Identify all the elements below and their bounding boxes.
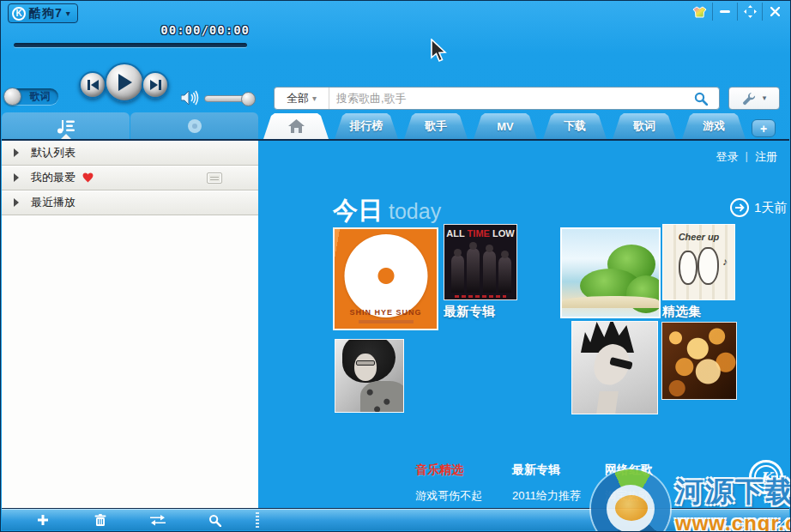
cartoon-figure [697,247,719,285]
section-title-today-cn: 今日 [333,194,383,228]
playlist-label: 最近播放 [31,195,75,210]
cartoon-figure [679,251,697,285]
resize-grip[interactable] [776,517,788,529]
cover-beach-photo[interactable] [560,227,661,318]
search-scope-value: 全部 [287,91,309,106]
sidebar-tabs [2,112,258,139]
wrench-icon [742,92,756,106]
footer-col-music-picks: 音乐精选 游戏哥伤不起 [415,462,510,504]
playlist-default[interactable]: 默认列表 [2,141,258,166]
minimize-button[interactable] [712,3,737,21]
close-icon [770,7,780,16]
next-button[interactable] [142,71,169,99]
kugou-logo-icon: K [12,7,26,21]
previous-button[interactable] [79,71,106,99]
cover-singer-portrait[interactable] [571,321,658,414]
tab-label: 歌词 [633,118,655,134]
tab-download[interactable]: 下载 [543,113,607,139]
add-tab-button[interactable]: + [752,119,776,137]
tab-rankings[interactable]: 排行榜 [335,113,398,139]
mode-switch-button[interactable] [737,3,762,21]
kugou-k-icon: K [754,465,778,489]
section-title-today-en: today [389,199,441,224]
cover-bokeh-photo[interactable] [661,322,737,400]
label-new-album[interactable]: 最新专辑 [444,304,495,320]
time-display: 00:00/00:00 [130,23,250,37]
playlist-panel-icon[interactable] [207,172,222,184]
delete-button[interactable] [91,512,110,528]
play-button[interactable] [105,63,144,102]
label-collection[interactable]: 精选集 [662,304,701,320]
expand-arrow-icon[interactable] [14,148,19,157]
portrait-graphic [596,391,619,414]
register-link[interactable]: 注册 [755,149,777,165]
mouse-cursor [430,39,450,66]
search-in-list-button[interactable] [205,512,224,528]
chevron-down-icon: ▾ [312,94,317,103]
album-caption-strip [455,295,506,298]
playlist-favorites[interactable]: 我的最爱 [2,166,258,190]
playlist-label: 默认列表 [31,145,75,160]
tab-games[interactable]: 游戏 [682,113,746,139]
move-arrows-icon [744,5,757,18]
tab-mv[interactable]: MV [474,113,537,139]
heart-icon [82,172,94,183]
account-links: 登录 | 注册 [716,149,777,165]
cover-artist-portrait[interactable] [335,339,404,413]
portrait-graphic [356,360,375,366]
search-icon [694,92,708,106]
expand-arrow-icon[interactable] [14,198,19,207]
portrait-graphic [360,381,404,413]
settings-button[interactable]: ▾ [728,87,780,110]
search-input[interactable] [329,92,683,105]
footer-title[interactable]: 网络红歌 [605,462,699,478]
home-page-content: 登录 | 注册 今日 today 1天前 SHIN HYE SUNG ALL T… [258,139,789,508]
playlist-recent[interactable]: 最近播放 [2,190,258,215]
tab-label: 排行榜 [350,118,383,134]
search-icon [208,514,221,527]
tab-singers[interactable]: 歌手 [404,113,468,139]
expand-arrow-icon[interactable] [14,173,19,182]
skin-shirt-icon [692,6,707,18]
volume-knob[interactable] [241,92,256,106]
previous-icon [88,80,99,90]
volume-slider[interactable] [204,95,250,102]
tab-home[interactable] [263,113,329,139]
lyrics-toggle[interactable]: 歌词 [5,88,58,105]
footer-link[interactable]: 淘宝热歌 [605,488,699,504]
login-link[interactable]: 登录 [716,149,739,165]
album-cover-shin-hye-sung[interactable]: SHIN HYE SUNG [333,227,438,330]
divider: | [746,149,748,165]
app-main-menu[interactable]: K 酷狗7 ▾ [8,3,78,23]
footer-col-new-albums: 最新专辑 2011给力推荐 [512,462,607,504]
change-skin-button[interactable] [687,3,712,21]
tab-lyrics[interactable]: 歌词 [613,113,676,139]
sand-graphic [562,296,659,308]
disc-icon [187,118,202,134]
play-order-button[interactable] [148,512,167,528]
arrow-right-circle-icon [730,198,749,217]
footer-link[interactable]: 2011给力推荐 [512,488,607,504]
band-figure [498,257,511,293]
sidebar-splitter-handle[interactable] [256,512,259,528]
progress-bar[interactable] [14,43,247,47]
mute-button[interactable] [181,90,200,109]
cover-cheer-up[interactable]: Cheer up ♪ [662,224,735,300]
sidebar-tab-playlists[interactable] [2,112,130,139]
search-scope-dropdown[interactable]: 全部 ▾ [275,88,329,109]
plus-icon: + [760,123,767,135]
tab-label: 歌手 [425,118,447,134]
history-link[interactable]: 1天前 [730,198,787,217]
band-figure [467,248,480,293]
window-controls [687,3,787,21]
search-button[interactable] [683,88,719,109]
sidebar-tab-discover[interactable] [130,112,258,139]
album-cover-all-time-low[interactable]: ALL TIME LOW [444,224,517,300]
minimize-icon [720,10,730,14]
footer-title[interactable]: 音乐精选 [415,462,510,478]
kugou-badge[interactable]: K [749,460,783,494]
close-button[interactable] [762,3,787,21]
footer-link[interactable]: 游戏哥伤不起 [415,488,510,504]
add-song-button[interactable] [33,512,52,528]
footer-title[interactable]: 最新专辑 [512,462,607,478]
